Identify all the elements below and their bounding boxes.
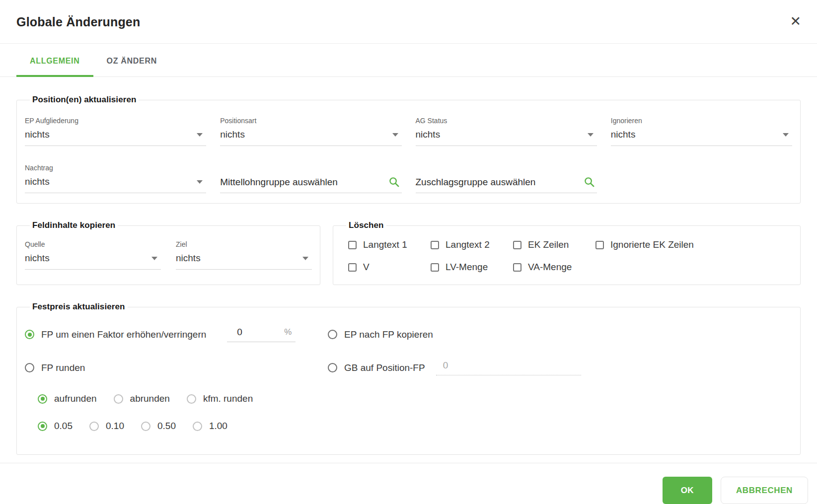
radio-icon[interactable] xyxy=(193,422,202,431)
tabbar: ALLGEMEIN OZ ÄNDERN xyxy=(0,44,817,77)
checkbox-icon[interactable] xyxy=(513,241,521,249)
abbrechen-button[interactable]: ABBRECHEN xyxy=(721,477,808,504)
zuschlagsgruppe-picker[interactable]: Zuschlagsgruppe auswählen xyxy=(416,176,597,193)
caret-down-icon xyxy=(588,133,594,137)
dialog-title: Globale Änderungen xyxy=(16,15,801,29)
dropdown-positionsart[interactable]: nichts xyxy=(220,129,401,146)
caret-down-icon xyxy=(151,257,157,260)
radio-fp-runden[interactable]: FP runden xyxy=(25,362,85,373)
faktor-value: 0 xyxy=(237,327,242,338)
caret-down-icon xyxy=(783,133,789,137)
checkbox-ek-zeilen[interactable]: EK Zeilen xyxy=(513,239,595,250)
gb-placeholder: 0 xyxy=(443,360,448,370)
radio-ep-nach-fp[interactable]: EP nach FP kopieren xyxy=(328,329,792,340)
radio-icon[interactable] xyxy=(89,422,99,431)
dropdown-value: nichts xyxy=(176,253,201,264)
faktor-prozent-input[interactable]: 0 % xyxy=(227,327,296,342)
runden-modus-row: aufrunden abrunden kfm. runden xyxy=(25,393,792,404)
dropdown-ignorieren[interactable]: nichts xyxy=(611,129,792,146)
radio-wert-1-00[interactable]: 1.00 xyxy=(193,421,227,432)
radio-kfm-runden[interactable]: kfm. runden xyxy=(187,393,253,404)
checkbox-icon[interactable] xyxy=(431,263,439,272)
field-positionsart: Positionsart nichts xyxy=(220,117,401,146)
field-label: EP Aufgliederung xyxy=(25,117,206,125)
section-loeschen: Löschen Langtext 1 Langtext 2 EK Zeilen xyxy=(333,220,801,285)
close-icon[interactable]: ✕ xyxy=(788,13,803,30)
dropdown-value: nichts xyxy=(25,129,50,140)
faktor-cell: FP um einen Faktor erhöhen/verringern 0 … xyxy=(25,327,323,342)
radio-label: aufrunden xyxy=(54,393,97,404)
radio-fp-faktor[interactable]: FP um einen Faktor erhöhen/verringern xyxy=(25,329,206,340)
radio-icon[interactable] xyxy=(328,330,337,339)
checkbox-langtext-1[interactable]: Langtext 1 xyxy=(348,239,431,250)
checkbox-icon[interactable] xyxy=(513,263,521,272)
radio-label: 0.50 xyxy=(157,421,176,432)
loeschen-checkboxes: Langtext 1 Langtext 2 EK Zeilen Ignorier… xyxy=(341,232,792,275)
checkbox-va-menge[interactable]: VA-Menge xyxy=(513,262,595,273)
section-festpreis-aktualisieren: Festpreis aktualisieren FP um einen Fakt… xyxy=(16,302,801,455)
dropdown-ziel[interactable]: nichts xyxy=(176,253,312,270)
radio-gb-position-fp[interactable]: GB auf Position-FP xyxy=(328,362,425,373)
caret-down-icon xyxy=(302,257,308,260)
dialog-header: Globale Änderungen ✕ xyxy=(0,0,817,44)
search-icon xyxy=(388,176,400,188)
field-nachtrag: Nachtrag nichts xyxy=(25,164,206,193)
dropdown-value: nichts xyxy=(416,129,441,140)
dialog-content: Position(en) aktualisieren EP Aufglieder… xyxy=(0,95,817,455)
festpreis-row-1: FP um einen Faktor erhöhen/verringern 0 … xyxy=(25,327,792,342)
radio-selected-icon[interactable] xyxy=(38,394,47,404)
checkbox-icon[interactable] xyxy=(348,263,357,272)
gb-wert-input[interactable]: 0 xyxy=(436,360,581,375)
section-legend: Feldinhalte kopieren xyxy=(30,220,118,230)
radio-label: FP runden xyxy=(41,362,85,373)
radio-wert-0-10[interactable]: 0.10 xyxy=(89,421,124,432)
radio-label: FP um einen Faktor erhöhen/verringern xyxy=(41,329,206,340)
section-positionen-aktualisieren: Position(en) aktualisieren EP Aufglieder… xyxy=(16,95,801,204)
gb-cell: GB auf Position-FP 0 xyxy=(323,360,792,375)
percent-suffix: % xyxy=(284,327,292,337)
dropdown-nachtrag[interactable]: nichts xyxy=(25,176,206,193)
radio-icon[interactable] xyxy=(114,394,123,404)
runden-wert-row: 0.05 0.10 0.50 1.00 xyxy=(25,421,792,432)
checkbox-icon[interactable] xyxy=(348,241,357,249)
dropdown-quelle[interactable]: nichts xyxy=(25,253,161,270)
radio-icon[interactable] xyxy=(328,363,337,372)
dropdown-ag-status[interactable]: nichts xyxy=(416,129,597,146)
radio-aufrunden[interactable]: aufrunden xyxy=(38,393,97,404)
field-quelle: Quelle nichts xyxy=(25,240,161,270)
festpreis-row-2: FP runden GB auf Position-FP 0 xyxy=(25,360,792,375)
checkbox-ignorierte-ek-zeilen[interactable]: Ignorierte EK Zeilen xyxy=(595,239,792,250)
global-changes-dialog: Globale Änderungen ✕ ALLGEMEIN OZ ÄNDERN… xyxy=(0,0,817,504)
checkbox-v[interactable]: V xyxy=(348,262,431,273)
positionen-row-2: Nachtrag nichts Mittellohngruppe auswähl… xyxy=(25,164,792,193)
radio-abrunden[interactable]: abrunden xyxy=(114,393,170,404)
field-ag-status: AG Status nichts xyxy=(416,117,597,146)
picker-label: Mittellohngruppe auswählen xyxy=(220,177,338,188)
checkbox-lv-menge[interactable]: LV-Menge xyxy=(431,262,513,273)
field-label: Nachtrag xyxy=(25,164,206,172)
radio-selected-icon[interactable] xyxy=(25,330,34,339)
middle-row: Feldinhalte kopieren Quelle nichts Ziel … xyxy=(16,220,801,285)
radio-wert-0-50[interactable]: 0.50 xyxy=(141,421,176,432)
checkbox-langtext-2[interactable]: Langtext 2 xyxy=(431,239,513,250)
radio-selected-icon[interactable] xyxy=(38,422,47,431)
dropdown-value: nichts xyxy=(611,129,636,140)
radio-icon[interactable] xyxy=(141,422,150,431)
ok-button[interactable]: OK xyxy=(663,477,712,504)
dropdown-ep-aufgliederung[interactable]: nichts xyxy=(25,129,206,146)
fp-runden-cell: FP runden xyxy=(25,362,323,373)
checkbox-icon[interactable] xyxy=(431,241,439,249)
picker-label: Zuschlagsgruppe auswählen xyxy=(416,177,536,188)
checkbox-label: V xyxy=(363,262,370,273)
caret-down-icon xyxy=(392,133,398,137)
tab-oz-aendern[interactable]: OZ ÄNDERN xyxy=(93,44,170,76)
radio-icon[interactable] xyxy=(25,363,34,372)
tab-allgemein[interactable]: ALLGEMEIN xyxy=(16,44,93,76)
mittellohngruppe-picker[interactable]: Mittellohngruppe auswählen xyxy=(220,176,401,193)
checkbox-label: Ignorierte EK Zeilen xyxy=(610,239,694,250)
radio-wert-0-05[interactable]: 0.05 xyxy=(38,421,73,432)
ep-nach-fp-cell: EP nach FP kopieren xyxy=(323,329,792,340)
radio-icon[interactable] xyxy=(187,394,196,404)
section-legend: Position(en) aktualisieren xyxy=(30,95,139,105)
checkbox-icon[interactable] xyxy=(595,241,604,249)
